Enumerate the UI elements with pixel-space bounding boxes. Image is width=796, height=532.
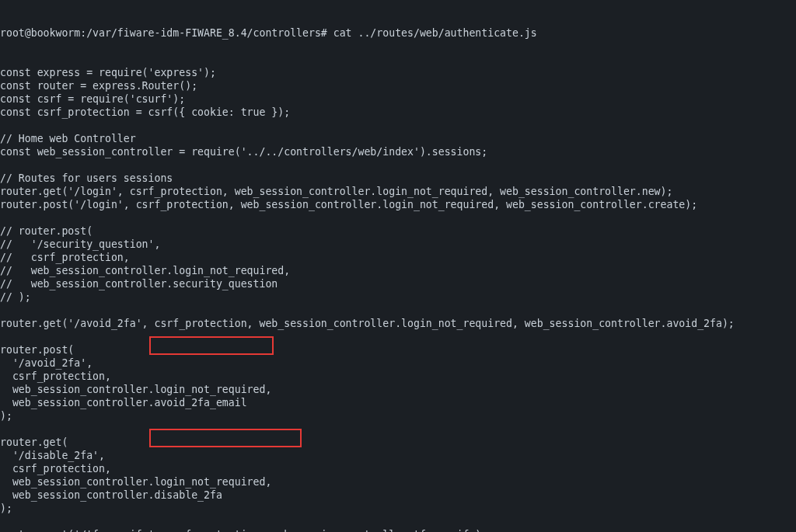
code-line [0,211,796,224]
code-line: csrf_protection, [0,462,796,475]
code-line: '/avoid_2fa', [0,356,796,370]
code-line: router.post('/tfa_verify', csrf_protecti… [0,528,796,532]
code-line [0,304,796,317]
terminal[interactable]: root@bookworm:/var/fiware-idm-FIWARE_8.4… [0,0,796,532]
code-line: '/disable_2fa', [0,449,796,462]
code-line: router.post( [0,343,796,356]
code-output: const express = require('express');const… [0,66,796,532]
code-line [0,422,796,436]
code-line: router.get('/avoid_2fa', csrf_protection… [0,317,796,330]
code-line: router.post('/login', csrf_protection, w… [0,198,796,211]
code-line: const router = express.Router(); [0,79,796,92]
code-line: ); [0,409,796,422]
prompt-line: root@bookworm:/var/fiware-idm-FIWARE_8.4… [0,26,796,40]
code-line: web_session_controller.login_not_require… [0,475,796,489]
code-line: // '/security_question', [0,238,796,251]
code-line: csrf_protection, [0,370,796,383]
code-line: router.get( [0,436,796,449]
code-line: // ); [0,290,796,304]
code-line [0,515,796,528]
code-line: web_session_controller.login_not_require… [0,383,796,396]
shell-prompt: root@bookworm:/var/fiware-idm-FIWARE_8.4… [0,27,537,39]
code-line [0,330,796,343]
code-line: // csrf_protection, [0,251,796,264]
code-line: const web_session_controller = require('… [0,145,796,158]
code-line: // web_session_controller.security_quest… [0,277,796,290]
code-line: // web_session_controller.login_not_requ… [0,264,796,277]
code-line: // router.post( [0,224,796,238]
code-line: router.get('/login', csrf_protection, we… [0,185,796,198]
code-line: const express = require('express'); [0,66,796,79]
code-line: web_session_controller.disable_2fa [0,489,796,502]
code-line: const csrf = require('csurf'); [0,92,796,106]
code-line: // Routes for users sessions [0,172,796,185]
code-line: const csrf_protection = csrf({ cookie: t… [0,106,796,119]
code-line: web_session_controller.avoid_2fa_email [0,396,796,409]
code-line: ); [0,502,796,515]
code-line [0,119,796,132]
code-line: // Home web Controller [0,132,796,145]
code-line [0,158,796,172]
